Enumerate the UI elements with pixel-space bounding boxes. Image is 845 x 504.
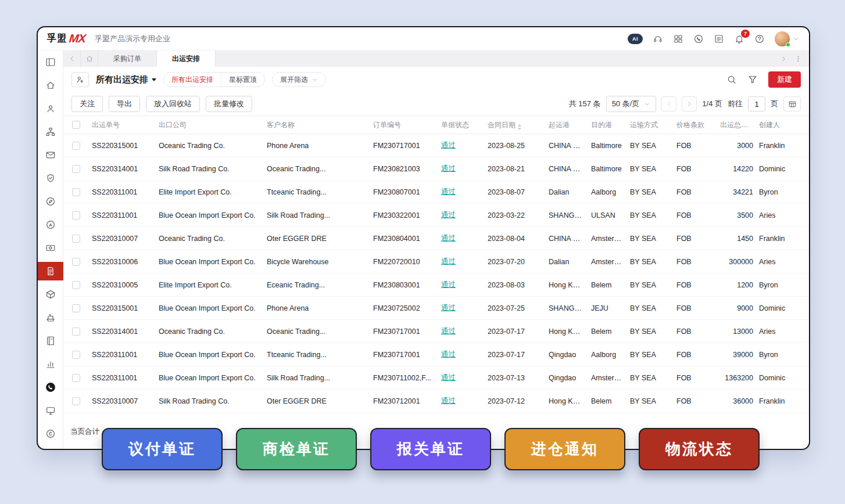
row-checkbox[interactable] [72, 142, 80, 150]
bell-icon[interactable]: 7 [734, 34, 744, 44]
status-link[interactable]: 通过 [441, 234, 456, 242]
sidebar-item-whatsapp[interactable] [38, 376, 63, 399]
table-row[interactable]: SS220311001 Blue Ocean Import Export Co.… [63, 343, 809, 366]
nav-back-icon[interactable] [63, 51, 81, 67]
bottom-action-button[interactable]: 议付单证 [102, 428, 223, 470]
sidebar-item-approval[interactable] [38, 167, 63, 190]
row-checkbox[interactable] [72, 258, 80, 266]
sidebar-item-about[interactable] [38, 422, 63, 445]
sidebar-item-logistics[interactable] [38, 306, 63, 329]
ai-assistant-badge[interactable]: AI [628, 34, 643, 44]
table-row[interactable]: SS220315001 Blue Ocean Import Export Co.… [63, 297, 809, 320]
sidebar-item-org[interactable] [38, 120, 63, 143]
select-all-checkbox[interactable] [72, 121, 80, 129]
filter-funnel-icon[interactable] [747, 74, 758, 85]
table-settings-icon[interactable] [783, 96, 801, 111]
status-link[interactable]: 通过 [441, 350, 456, 358]
sidebar-item-products[interactable] [38, 283, 63, 306]
sidebar-item-finance[interactable] [38, 236, 63, 260]
col-header[interactable]: 目的港 [588, 120, 627, 130]
col-header-sortable[interactable]: 合同日期 [485, 120, 546, 130]
col-header[interactable]: 单据状态 [438, 120, 485, 130]
row-checkbox[interactable] [72, 235, 80, 243]
recycle-bin-button[interactable]: 放入回收站 [146, 96, 200, 112]
filter-star-pill[interactable]: 星标置顶 [221, 73, 264, 87]
col-header[interactable]: 出运总金额 [717, 120, 758, 130]
status-link[interactable]: 通过 [441, 211, 456, 219]
col-header[interactable]: 创建人 [758, 120, 809, 130]
nav-home-icon[interactable] [81, 51, 98, 67]
sidebar-item-reports[interactable] [38, 352, 63, 376]
sidebar-item-home[interactable] [38, 74, 63, 97]
new-button[interactable]: 新建 [768, 71, 801, 88]
expand-filter-pill[interactable]: 展开筛选 [272, 72, 326, 87]
tasks-icon[interactable] [714, 34, 724, 44]
row-checkbox[interactable] [72, 374, 80, 382]
table-row[interactable]: SS220314001 Silk Road Trading Co. Oceani… [63, 157, 809, 181]
bottom-action-button[interactable]: 进仓通知 [504, 428, 625, 470]
goto-page-input[interactable] [748, 96, 765, 111]
row-checkbox[interactable] [72, 351, 80, 359]
sidebar-item-mail[interactable] [38, 143, 63, 167]
table-row[interactable]: SS220310005 Elite Import Export Co. Ecea… [63, 273, 809, 297]
help-icon[interactable] [754, 34, 765, 44]
sidebar-item-compass[interactable] [38, 190, 63, 213]
row-checkbox[interactable] [72, 327, 80, 336]
tab-purchase-orders[interactable]: 采购订单 [98, 51, 157, 67]
export-button[interactable]: 导出 [109, 96, 140, 112]
user-menu[interactable] [775, 31, 800, 46]
table-row[interactable]: SS220311001 Elite Import Export Co. Ttce… [63, 181, 809, 204]
bottom-action-button[interactable]: 物流状态 [639, 428, 760, 470]
sidebar-item-collapse[interactable] [38, 51, 63, 74]
tabs-scroll-right-icon[interactable] [780, 55, 787, 63]
bottom-action-button[interactable]: 商检单证 [236, 428, 357, 470]
status-link[interactable]: 通过 [441, 397, 456, 405]
table-row[interactable]: SS220310007 Silk Road Trading Co. Oter E… [63, 390, 809, 413]
row-checkbox[interactable] [72, 281, 80, 289]
col-header[interactable]: 订单编号 [370, 120, 438, 130]
table-row[interactable]: SS220311001 Blue Ocean Import Export Co.… [63, 366, 809, 390]
col-header[interactable]: 客户名称 [264, 120, 370, 130]
row-checkbox[interactable] [72, 188, 80, 196]
apps-grid-icon[interactable] [673, 34, 683, 44]
headset-icon[interactable] [653, 34, 663, 44]
col-header[interactable]: 出口公司 [156, 120, 264, 130]
view-switch-icon[interactable] [71, 72, 89, 87]
table-row[interactable]: SS220315001 Oceanic Trading Co. Phone Ar… [63, 134, 809, 157]
avatar[interactable] [775, 31, 790, 46]
row-checkbox[interactable] [72, 165, 80, 173]
view-title-dropdown[interactable]: 所有出运安排 [96, 74, 156, 85]
status-link[interactable]: 通过 [441, 188, 456, 196]
sidebar-item-monitor[interactable] [38, 399, 63, 422]
chat-phone-icon[interactable] [693, 34, 704, 44]
bottom-action-button[interactable]: 报关单证 [370, 428, 491, 470]
row-checkbox[interactable] [72, 397, 80, 405]
col-header[interactable]: 出运单号 [89, 120, 156, 130]
status-link[interactable]: 通过 [441, 280, 456, 289]
col-header[interactable]: 起运港 [546, 120, 588, 130]
table-row[interactable]: SS220310006 Blue Ocean Import Export Co.… [63, 250, 809, 273]
sidebar-item-ledger[interactable] [38, 329, 63, 352]
table-row[interactable]: SS220310007 Oceanic Trading Co. Oter EGG… [63, 227, 809, 250]
page-size-select[interactable]: 50 条/页 [606, 96, 657, 112]
batch-edit-button[interactable]: 批量修改 [206, 96, 252, 112]
status-link[interactable]: 通过 [441, 164, 456, 172]
row-checkbox[interactable] [72, 211, 80, 219]
tab-shipping-arrangement[interactable]: 出运安排 [157, 51, 216, 67]
table-row[interactable]: SS220311001 Blue Ocean Import Export Co.… [63, 204, 809, 227]
status-link[interactable]: 通过 [441, 327, 456, 335]
status-link[interactable]: 通过 [441, 304, 456, 312]
tabs-more-icon[interactable] [794, 55, 802, 63]
next-page-button[interactable] [682, 96, 697, 111]
sidebar-item-target[interactable]: A [38, 213, 63, 236]
col-header[interactable]: 运输方式 [627, 120, 674, 130]
row-checkbox[interactable] [72, 304, 80, 312]
search-icon[interactable] [726, 74, 737, 85]
filter-all-pill[interactable]: 所有出运安排 [164, 73, 221, 87]
status-link[interactable]: 通过 [441, 141, 456, 149]
status-link[interactable]: 通过 [441, 257, 456, 265]
status-link[interactable]: 通过 [441, 373, 456, 381]
col-header[interactable]: 价格条款 [674, 120, 717, 130]
sidebar-item-shipping-docs[interactable] [38, 262, 63, 280]
sidebar-item-contacts[interactable] [38, 97, 63, 120]
